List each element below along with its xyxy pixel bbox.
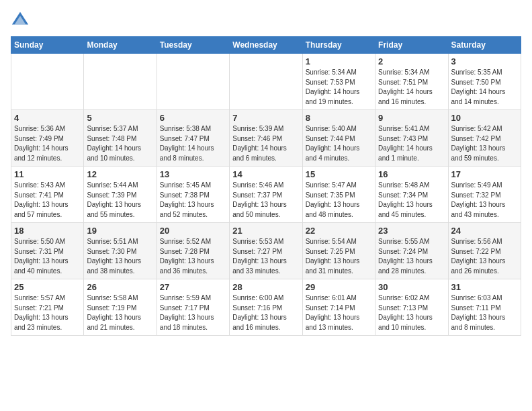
cell-date: 17 xyxy=(451,169,518,179)
cell-date: 11 xyxy=(14,169,81,179)
cell-info: Sunrise: 5:48 AM Sunset: 7:34 PM Dayligh… xyxy=(378,181,445,220)
calendar-cell: 10Sunrise: 5:42 AM Sunset: 7:42 PM Dayli… xyxy=(448,110,521,167)
calendar-cell: 8Sunrise: 5:40 AM Sunset: 7:44 PM Daylig… xyxy=(302,110,375,167)
cell-info: Sunrise: 5:40 AM Sunset: 7:44 PM Dayligh… xyxy=(306,124,372,163)
header-row: SundayMondayTuesdayWednesdayThursdayFrid… xyxy=(11,37,521,54)
calendar-cell: 3Sunrise: 5:35 AM Sunset: 7:50 PM Daylig… xyxy=(448,54,521,110)
cell-info: Sunrise: 5:58 AM Sunset: 7:19 PM Dayligh… xyxy=(87,293,153,332)
cell-date: 9 xyxy=(378,113,445,123)
cell-info: Sunrise: 5:55 AM Sunset: 7:24 PM Dayligh… xyxy=(378,237,445,276)
calendar-cell xyxy=(157,54,229,110)
calendar-week-row: 4Sunrise: 5:36 AM Sunset: 7:49 PM Daylig… xyxy=(11,110,521,167)
calendar-cell: 30Sunrise: 6:02 AM Sunset: 7:13 PM Dayli… xyxy=(375,279,448,336)
calendar-cell: 9Sunrise: 5:41 AM Sunset: 7:43 PM Daylig… xyxy=(375,110,448,167)
calendar-cell: 31Sunrise: 6:03 AM Sunset: 7:11 PM Dayli… xyxy=(448,279,521,336)
calendar-cell: 12Sunrise: 5:44 AM Sunset: 7:39 PM Dayli… xyxy=(84,167,157,223)
cell-info: Sunrise: 5:57 AM Sunset: 7:21 PM Dayligh… xyxy=(14,293,81,332)
calendar-week-row: 1Sunrise: 5:34 AM Sunset: 7:53 PM Daylig… xyxy=(11,54,521,110)
header-day: Friday xyxy=(375,37,448,54)
cell-date: 8 xyxy=(306,113,372,123)
cell-date: 14 xyxy=(232,169,299,179)
calendar-cell: 5Sunrise: 5:37 AM Sunset: 7:48 PM Daylig… xyxy=(84,110,157,167)
cell-date: 3 xyxy=(451,56,518,66)
cell-info: Sunrise: 5:44 AM Sunset: 7:39 PM Dayligh… xyxy=(87,181,153,220)
calendar-cell: 11Sunrise: 5:43 AM Sunset: 7:41 PM Dayli… xyxy=(11,167,84,223)
calendar-cell: 23Sunrise: 5:55 AM Sunset: 7:24 PM Dayli… xyxy=(375,223,448,279)
calendar-cell: 27Sunrise: 5:59 AM Sunset: 7:17 PM Dayli… xyxy=(157,279,229,336)
calendar-week-row: 18Sunrise: 5:50 AM Sunset: 7:31 PM Dayli… xyxy=(11,223,521,279)
cell-date: 22 xyxy=(306,226,372,236)
cell-date: 6 xyxy=(160,113,226,123)
header-day: Thursday xyxy=(302,37,375,54)
calendar-cell xyxy=(230,54,302,110)
calendar-cell: 17Sunrise: 5:49 AM Sunset: 7:32 PM Dayli… xyxy=(448,167,521,223)
cell-info: Sunrise: 6:01 AM Sunset: 7:14 PM Dayligh… xyxy=(306,293,372,332)
calendar-cell: 18Sunrise: 5:50 AM Sunset: 7:31 PM Dayli… xyxy=(11,223,84,279)
cell-date: 7 xyxy=(232,113,299,123)
cell-date: 19 xyxy=(87,226,153,236)
cell-date: 20 xyxy=(160,226,226,236)
calendar-week-row: 25Sunrise: 5:57 AM Sunset: 7:21 PM Dayli… xyxy=(11,279,521,336)
header-day: Saturday xyxy=(448,37,521,54)
cell-info: Sunrise: 5:45 AM Sunset: 7:38 PM Dayligh… xyxy=(160,181,226,220)
cell-date: 18 xyxy=(14,226,81,236)
logo-icon xyxy=(11,11,30,30)
calendar-cell: 22Sunrise: 5:54 AM Sunset: 7:25 PM Dayli… xyxy=(302,223,375,279)
cell-info: Sunrise: 6:02 AM Sunset: 7:13 PM Dayligh… xyxy=(378,293,445,332)
cell-date: 1 xyxy=(306,56,372,66)
cell-info: Sunrise: 5:34 AM Sunset: 7:53 PM Dayligh… xyxy=(306,68,372,107)
cell-info: Sunrise: 5:54 AM Sunset: 7:25 PM Dayligh… xyxy=(306,237,372,276)
cell-info: Sunrise: 5:42 AM Sunset: 7:42 PM Dayligh… xyxy=(451,124,518,163)
header-day: Wednesday xyxy=(230,37,302,54)
cell-info: Sunrise: 5:47 AM Sunset: 7:35 PM Dayligh… xyxy=(306,181,372,220)
cell-info: Sunrise: 5:41 AM Sunset: 7:43 PM Dayligh… xyxy=(378,124,445,163)
header xyxy=(11,11,521,30)
logo xyxy=(11,11,32,30)
cell-info: Sunrise: 5:52 AM Sunset: 7:28 PM Dayligh… xyxy=(160,237,226,276)
cell-info: Sunrise: 5:34 AM Sunset: 7:51 PM Dayligh… xyxy=(378,68,445,107)
cell-date: 2 xyxy=(378,56,445,66)
cell-date: 12 xyxy=(87,169,153,179)
calendar-cell: 25Sunrise: 5:57 AM Sunset: 7:21 PM Dayli… xyxy=(11,279,84,336)
calendar-cell: 20Sunrise: 5:52 AM Sunset: 7:28 PM Dayli… xyxy=(157,223,229,279)
cell-info: Sunrise: 5:38 AM Sunset: 7:47 PM Dayligh… xyxy=(160,124,226,163)
calendar-week-row: 11Sunrise: 5:43 AM Sunset: 7:41 PM Dayli… xyxy=(11,167,521,223)
cell-info: Sunrise: 5:59 AM Sunset: 7:17 PM Dayligh… xyxy=(160,293,226,332)
cell-info: Sunrise: 5:51 AM Sunset: 7:30 PM Dayligh… xyxy=(87,237,153,276)
cell-date: 30 xyxy=(378,282,445,292)
cell-date: 5 xyxy=(87,113,153,123)
cell-date: 27 xyxy=(160,282,226,292)
calendar-cell: 4Sunrise: 5:36 AM Sunset: 7:49 PM Daylig… xyxy=(11,110,84,167)
calendar-cell: 14Sunrise: 5:46 AM Sunset: 7:37 PM Dayli… xyxy=(230,167,302,223)
cell-date: 10 xyxy=(451,113,518,123)
cell-info: Sunrise: 5:46 AM Sunset: 7:37 PM Dayligh… xyxy=(232,181,299,220)
header-day: Tuesday xyxy=(157,37,229,54)
cell-date: 23 xyxy=(378,226,445,236)
calendar-cell: 21Sunrise: 5:53 AM Sunset: 7:27 PM Dayli… xyxy=(230,223,302,279)
calendar-cell: 16Sunrise: 5:48 AM Sunset: 7:34 PM Dayli… xyxy=(375,167,448,223)
calendar-cell xyxy=(11,54,84,110)
cell-info: Sunrise: 5:50 AM Sunset: 7:31 PM Dayligh… xyxy=(14,237,81,276)
cell-date: 25 xyxy=(14,282,81,292)
calendar-cell: 24Sunrise: 5:56 AM Sunset: 7:22 PM Dayli… xyxy=(448,223,521,279)
cell-date: 29 xyxy=(306,282,372,292)
calendar-cell: 15Sunrise: 5:47 AM Sunset: 7:35 PM Dayli… xyxy=(302,167,375,223)
cell-info: Sunrise: 5:49 AM Sunset: 7:32 PM Dayligh… xyxy=(451,181,518,220)
cell-date: 21 xyxy=(232,226,299,236)
cell-date: 4 xyxy=(14,113,81,123)
cell-date: 13 xyxy=(160,169,226,179)
cell-info: Sunrise: 5:37 AM Sunset: 7:48 PM Dayligh… xyxy=(87,124,153,163)
calendar-cell xyxy=(84,54,157,110)
cell-info: Sunrise: 5:53 AM Sunset: 7:27 PM Dayligh… xyxy=(232,237,299,276)
calendar-cell: 29Sunrise: 6:01 AM Sunset: 7:14 PM Dayli… xyxy=(302,279,375,336)
calendar-cell: 26Sunrise: 5:58 AM Sunset: 7:19 PM Dayli… xyxy=(84,279,157,336)
header-day: Sunday xyxy=(11,37,84,54)
cell-date: 31 xyxy=(451,282,518,292)
cell-date: 15 xyxy=(306,169,372,179)
cell-date: 16 xyxy=(378,169,445,179)
cell-date: 24 xyxy=(451,226,518,236)
calendar-cell: 13Sunrise: 5:45 AM Sunset: 7:38 PM Dayli… xyxy=(157,167,229,223)
cell-info: Sunrise: 5:39 AM Sunset: 7:46 PM Dayligh… xyxy=(232,124,299,163)
cell-info: Sunrise: 5:56 AM Sunset: 7:22 PM Dayligh… xyxy=(451,237,518,276)
calendar-cell: 2Sunrise: 5:34 AM Sunset: 7:51 PM Daylig… xyxy=(375,54,448,110)
